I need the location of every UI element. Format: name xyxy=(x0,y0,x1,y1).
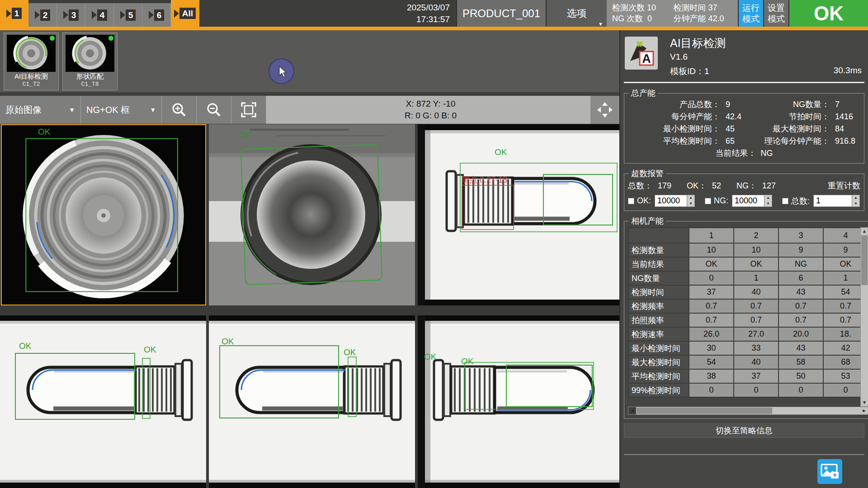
cell-value: 40 xyxy=(734,355,778,369)
zoom-out-button[interactable] xyxy=(197,96,231,124)
row-label: 检测频率 xyxy=(628,299,689,313)
cell-value: 58 xyxy=(778,355,823,369)
table-row: 检测数量101099 xyxy=(628,243,868,257)
cell-value: 0.7 xyxy=(778,299,823,313)
tool-thumbnail-shape-match[interactable]: 形状匹配 C1_T8 xyxy=(62,33,118,90)
viewport-cam5[interactable]: OK OK xyxy=(209,315,415,488)
cell-value: 10 xyxy=(734,243,778,257)
tool-thumbnail-row: AI目标检测 C1_T2 形状匹配 C xyxy=(0,30,619,92)
scroll-down-icon[interactable]: ▼ xyxy=(861,399,868,406)
time-text: 17:31:57 xyxy=(407,14,450,25)
camera-icon xyxy=(149,11,154,19)
scrollbar-thumb[interactable] xyxy=(861,235,868,285)
tool-code: C1_T8 xyxy=(63,81,117,88)
scroll-up-icon[interactable]: ▲ xyxy=(861,228,868,235)
camera-tab-2[interactable]: 2 xyxy=(28,3,57,27)
camera-tab-all[interactable]: All xyxy=(171,0,199,27)
ok-limit-input[interactable]: 10000 xyxy=(655,195,687,207)
cell-value: 43 xyxy=(778,341,823,355)
cell-value: 1 xyxy=(734,271,778,285)
spinner-arrows[interactable]: ▲▼ xyxy=(764,195,772,207)
fit-view-icon xyxy=(241,102,257,118)
stat-value: 84 xyxy=(830,123,860,135)
viewport-cam4[interactable]: OK OK xyxy=(0,315,206,488)
fit-view-button[interactable] xyxy=(231,96,266,124)
spinner-arrows[interactable]: ▲▼ xyxy=(687,195,695,207)
table-row: NG数量0161 xyxy=(628,271,868,285)
horizontal-scrollbar[interactable]: ◄ ► xyxy=(628,407,868,415)
cell-value: 9 xyxy=(778,243,823,257)
chevron-down-icon: ▼ xyxy=(598,21,603,27)
scrollbar-thumb[interactable] xyxy=(637,408,772,414)
table-row: 检测时间37404354 xyxy=(628,285,868,299)
camera-tab-3[interactable]: 3 xyxy=(57,3,85,27)
setup-mode-button[interactable]: 设置模式 xyxy=(763,0,788,27)
chevron-down-icon: ▼ xyxy=(69,106,75,113)
camera-tab-1[interactable]: 1 xyxy=(0,0,28,27)
ok-limit-checkbox[interactable] xyxy=(628,198,634,204)
camera-icon xyxy=(6,9,11,18)
production-rows: 产品总数：9NG数量：7每分钟产能：42.4节拍时间：1416最小检测时间：45… xyxy=(628,99,860,147)
camera-tab-6[interactable]: 6 xyxy=(142,3,171,27)
thumbnail-image xyxy=(66,35,114,72)
result-label: OK xyxy=(344,348,356,357)
camera-tab-4[interactable]: 4 xyxy=(85,3,114,27)
tool-title: 形状匹配 xyxy=(63,72,117,81)
cell-value: NG xyxy=(778,257,823,271)
product-button[interactable]: PRODUCT_001 xyxy=(456,0,546,27)
viewport-grid: OK xyxy=(0,124,619,488)
viewport-cam1[interactable]: OK xyxy=(1,124,206,305)
cursor-position: X: 872 Y: -10 xyxy=(406,98,456,110)
pan-move-icon xyxy=(596,101,613,118)
cell-value: 37 xyxy=(734,369,778,383)
viewport-cam2[interactable]: OK xyxy=(209,124,415,305)
svg-text:A: A xyxy=(642,52,651,66)
camera-tab-label: 5 xyxy=(126,9,136,21)
cell-value: 40 xyxy=(734,285,778,299)
scroll-left-icon[interactable]: ◄ xyxy=(628,407,636,414)
tool-thumbnail-ai-detect[interactable]: AI目标检测 C1_T2 xyxy=(4,33,59,90)
camera-tab-label: 3 xyxy=(69,9,79,21)
cell-value: 27.0 xyxy=(734,327,778,341)
total-limit-input[interactable]: 1 xyxy=(813,195,852,207)
spinner-arrows[interactable]: ▲▼ xyxy=(852,195,860,207)
pan-button[interactable] xyxy=(590,96,619,124)
table-row: 平均检测时间38375053 xyxy=(628,369,868,383)
camera-tabs: 123456All xyxy=(0,0,199,27)
ng-limit-input[interactable]: 10000 xyxy=(732,195,764,207)
tool-name: AI目标检测 xyxy=(670,36,726,51)
image-export-button[interactable]: + xyxy=(817,459,842,484)
cell-value: 0.7 xyxy=(778,313,823,327)
divider xyxy=(624,82,864,83)
options-button[interactable]: 选项 ▼ xyxy=(546,0,607,27)
viewport-cam6[interactable]: OK OK xyxy=(418,315,619,488)
zoom-in-button[interactable] xyxy=(162,96,197,124)
table-header-row: 1234 xyxy=(628,228,868,243)
stat-label: 最大检测时间： xyxy=(749,123,830,135)
inspect-time: 检测时间 37 xyxy=(673,3,732,14)
scroll-right-icon[interactable]: ► xyxy=(860,407,868,414)
table-row: 检测速率26.027.020.018. xyxy=(628,327,868,341)
row-label: 最小检测时间 xyxy=(628,341,689,355)
overlay-mode-dropdown[interactable]: NG+OK 框 ▼ xyxy=(81,96,162,124)
camera-icon xyxy=(120,11,125,19)
alarm-counters: 总数：179 OK：52 NG：127 重置计数 xyxy=(628,179,860,192)
cell-value: 26.0 xyxy=(689,327,734,341)
run-mode-button[interactable]: 运行模式 xyxy=(738,0,763,27)
camera-tab-5[interactable]: 5 xyxy=(114,3,142,27)
reset-count-button[interactable]: 重置计数 xyxy=(828,180,860,191)
status-dot xyxy=(108,36,113,41)
image-source-dropdown[interactable]: 原始图像 ▼ xyxy=(0,96,81,124)
cell-value: 10 xyxy=(689,243,734,257)
viewport-cam3[interactable]: OK 黑点 0.27-18 xyxy=(418,124,619,305)
top-bar: 123456All 2025/03/07 17:31:57 PRODUCT_00… xyxy=(0,0,868,30)
zoom-out-icon xyxy=(206,102,222,117)
vertical-scrollbar[interactable]: ▲ ▼ xyxy=(860,227,868,407)
corner-cell xyxy=(628,228,689,243)
stat-label: NG数量： xyxy=(749,99,830,111)
camera-tab-label: All xyxy=(179,8,196,19)
toggle-brief-info-button[interactable]: 切换至简略信息 xyxy=(624,423,864,438)
ng-limit-checkbox[interactable] xyxy=(705,198,711,204)
camera-tab-label: 6 xyxy=(154,9,165,21)
total-limit-checkbox[interactable] xyxy=(782,198,788,204)
